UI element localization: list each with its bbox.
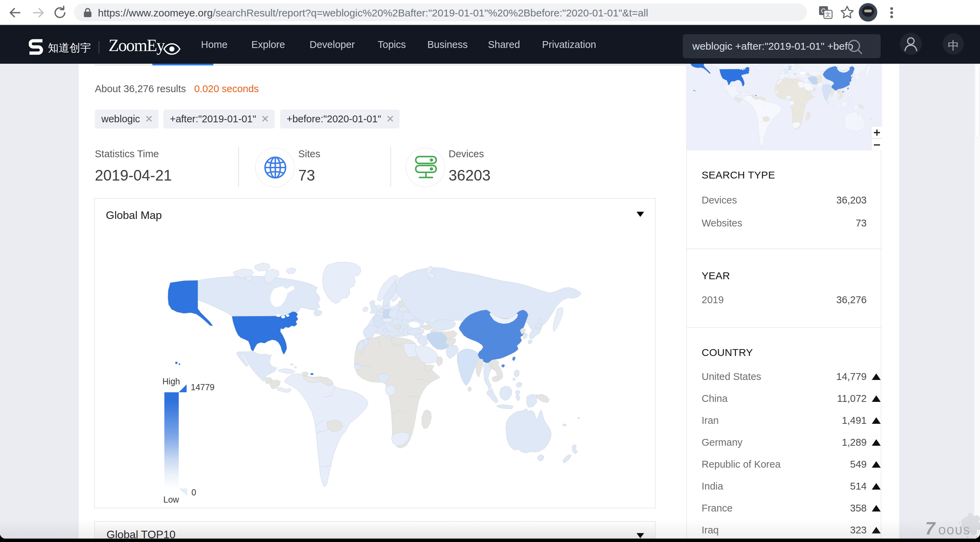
svg-text:文: 文 — [825, 11, 831, 18]
